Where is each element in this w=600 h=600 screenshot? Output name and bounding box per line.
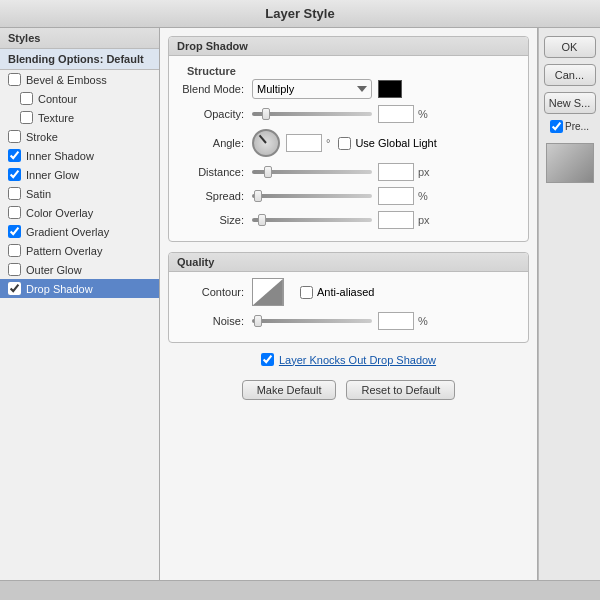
left-panel: Styles Blending Options: Default Bevel &… bbox=[0, 28, 160, 580]
structure-body: Structure Blend Mode: Multiply Opacity: … bbox=[169, 56, 528, 241]
opacity-slider-thumb[interactable] bbox=[262, 108, 270, 120]
spread-slider[interactable] bbox=[252, 194, 372, 198]
noise-unit: % bbox=[418, 315, 428, 327]
noise-input[interactable]: 0 bbox=[378, 312, 414, 330]
size-label: Size: bbox=[179, 214, 244, 226]
bottom-buttons: Make Default Reset to Default bbox=[168, 372, 529, 404]
contour-label: Contour: bbox=[179, 286, 244, 298]
quality-section: Quality Contour: Anti-aliased bbox=[168, 252, 529, 343]
checkbox-satin[interactable] bbox=[8, 187, 21, 200]
spread-unit: % bbox=[418, 190, 428, 202]
title-bar: Layer Style bbox=[0, 0, 600, 28]
sidebar-item-stroke[interactable]: Stroke bbox=[0, 127, 159, 146]
checkbox-inner-shadow[interactable] bbox=[8, 149, 21, 162]
noise-row: Noise: 0 % bbox=[179, 312, 518, 330]
drop-shadow-title: Drop Shadow bbox=[169, 37, 528, 56]
noise-label: Noise: bbox=[179, 315, 244, 327]
distance-slider-thumb[interactable] bbox=[264, 166, 272, 178]
sidebar-item-satin[interactable]: Satin bbox=[0, 184, 159, 203]
blending-options-item[interactable]: Blending Options: Default bbox=[0, 49, 159, 70]
size-slider[interactable] bbox=[252, 218, 372, 222]
angle-label: Angle: bbox=[179, 137, 244, 149]
checkbox-pattern-overlay[interactable] bbox=[8, 244, 21, 257]
sidebar-item-drop-shadow[interactable]: Drop Shadow bbox=[0, 279, 159, 298]
global-light-text: Use Global Light bbox=[355, 137, 436, 149]
noise-slider-thumb[interactable] bbox=[254, 315, 262, 327]
knock-out-checkbox[interactable] bbox=[261, 353, 274, 366]
dialog-title: Layer Style bbox=[265, 6, 334, 21]
distance-slider[interactable] bbox=[252, 170, 372, 174]
opacity-slider[interactable] bbox=[252, 112, 372, 116]
sidebar-item-texture[interactable]: Texture bbox=[0, 108, 159, 127]
noise-slider[interactable] bbox=[252, 319, 372, 323]
checkbox-gradient-overlay[interactable] bbox=[8, 225, 21, 238]
structure-subtitle: Structure bbox=[179, 62, 518, 79]
new-style-button[interactable]: New S... bbox=[544, 92, 596, 114]
spread-input[interactable]: 0 bbox=[378, 187, 414, 205]
global-light-label[interactable]: Use Global Light bbox=[338, 137, 436, 150]
contour-row: Contour: Anti-aliased bbox=[179, 278, 518, 306]
label-color-overlay: Color Overlay bbox=[26, 207, 93, 219]
blend-color-swatch[interactable] bbox=[378, 80, 402, 98]
angle-needle bbox=[259, 135, 267, 144]
opacity-label: Opacity: bbox=[179, 108, 244, 120]
angle-input[interactable]: 50 bbox=[286, 134, 322, 152]
label-inner-glow: Inner Glow bbox=[26, 169, 79, 181]
angle-dial[interactable] bbox=[252, 129, 280, 157]
checkbox-drop-shadow[interactable] bbox=[8, 282, 21, 295]
size-unit: px bbox=[418, 214, 430, 226]
size-slider-thumb[interactable] bbox=[258, 214, 266, 226]
size-input[interactable]: 1 bbox=[378, 211, 414, 229]
knock-out-label[interactable]: Layer Knocks Out Drop Shadow bbox=[279, 354, 436, 366]
label-bevel-emboss: Bevel & Emboss bbox=[26, 74, 107, 86]
style-list: Bevel & EmbossContourTextureStrokeInner … bbox=[0, 70, 159, 580]
sidebar-item-outer-glow[interactable]: Outer Glow bbox=[0, 260, 159, 279]
sidebar-item-gradient-overlay[interactable]: Gradient Overlay bbox=[0, 222, 159, 241]
label-drop-shadow: Drop Shadow bbox=[26, 283, 93, 295]
sidebar-item-inner-glow[interactable]: Inner Glow bbox=[0, 165, 159, 184]
ok-button[interactable]: OK bbox=[544, 36, 596, 58]
cancel-button[interactable]: Can... bbox=[544, 64, 596, 86]
checkbox-contour[interactable] bbox=[20, 92, 33, 105]
make-default-button[interactable]: Make Default bbox=[242, 380, 337, 400]
angle-row: Angle: 50 ° Use Global Light bbox=[179, 129, 518, 157]
checkbox-color-overlay[interactable] bbox=[8, 206, 21, 219]
anti-aliased-checkbox[interactable] bbox=[300, 286, 313, 299]
distance-unit: px bbox=[418, 166, 430, 178]
checkbox-inner-glow[interactable] bbox=[8, 168, 21, 181]
distance-row: Distance: 2 px bbox=[179, 163, 518, 181]
contour-thumbnail[interactable] bbox=[252, 278, 284, 306]
checkbox-stroke[interactable] bbox=[8, 130, 21, 143]
distance-label: Distance: bbox=[179, 166, 244, 178]
sidebar-item-contour[interactable]: Contour bbox=[0, 89, 159, 108]
reset-default-button[interactable]: Reset to Default bbox=[346, 380, 455, 400]
checkbox-texture[interactable] bbox=[20, 111, 33, 124]
sidebar-item-inner-shadow[interactable]: Inner Shadow bbox=[0, 146, 159, 165]
label-inner-shadow: Inner Shadow bbox=[26, 150, 94, 162]
blend-mode-select[interactable]: Multiply bbox=[252, 79, 372, 99]
label-outer-glow: Outer Glow bbox=[26, 264, 82, 276]
anti-aliased-label[interactable]: Anti-aliased bbox=[300, 286, 374, 299]
spread-row: Spread: 0 % bbox=[179, 187, 518, 205]
size-row: Size: 1 px bbox=[179, 211, 518, 229]
checkbox-bevel-emboss[interactable] bbox=[8, 73, 21, 86]
drop-shadow-section: Drop Shadow Structure Blend Mode: Multip… bbox=[168, 36, 529, 242]
preview-checkbox[interactable] bbox=[550, 120, 563, 133]
spread-slider-thumb[interactable] bbox=[254, 190, 262, 202]
preview-label: Pre... bbox=[565, 121, 589, 132]
blend-mode-label: Blend Mode: bbox=[179, 83, 244, 95]
spread-label: Spread: bbox=[179, 190, 244, 202]
sidebar-item-pattern-overlay[interactable]: Pattern Overlay bbox=[0, 241, 159, 260]
right-panel: OK Can... New S... Pre... bbox=[538, 28, 600, 580]
sidebar-item-bevel-emboss[interactable]: Bevel & Emboss bbox=[0, 70, 159, 89]
angle-unit: ° bbox=[326, 137, 330, 149]
anti-aliased-text: Anti-aliased bbox=[317, 286, 374, 298]
checkbox-outer-glow[interactable] bbox=[8, 263, 21, 276]
label-stroke: Stroke bbox=[26, 131, 58, 143]
distance-input[interactable]: 2 bbox=[378, 163, 414, 181]
opacity-input[interactable]: 15 bbox=[378, 105, 414, 123]
bottom-bar bbox=[0, 580, 600, 600]
quality-body: Contour: Anti-aliased Noise: bbox=[169, 272, 528, 342]
sidebar-item-color-overlay[interactable]: Color Overlay bbox=[0, 203, 159, 222]
global-light-checkbox[interactable] bbox=[338, 137, 351, 150]
